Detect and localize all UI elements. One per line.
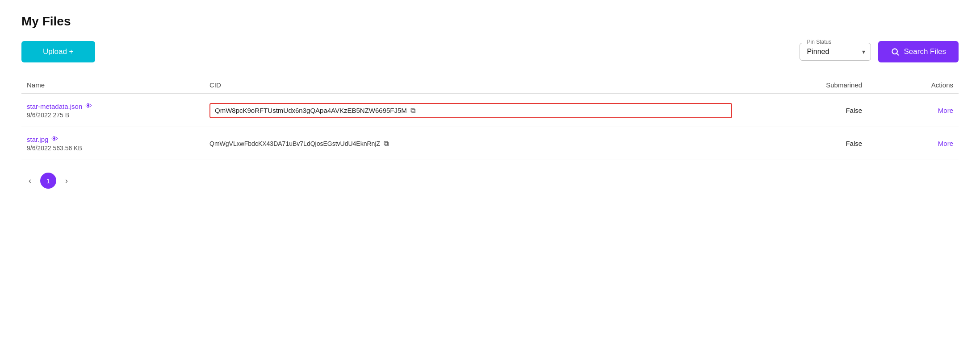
actions-cell: More xyxy=(880,94,959,127)
file-name-link[interactable]: star-metadata.json 👁 xyxy=(27,102,199,110)
search-icon xyxy=(891,47,900,56)
col-header-actions: Actions xyxy=(880,77,959,94)
cid-value: QmWgVLxwFbdcKX43DA71uBv7LdQjosEGstvUdU4E… xyxy=(209,140,380,147)
col-header-name: Name xyxy=(21,77,204,94)
files-table: Name CID Submarined Actions star-metadat… xyxy=(21,77,959,160)
next-page-button[interactable]: › xyxy=(62,174,71,187)
file-name-text: star-metadata.json xyxy=(27,103,82,110)
upload-button[interactable]: Upload + xyxy=(21,41,95,62)
toolbar: Upload + Pin Status Pinned Unpinned All … xyxy=(21,41,959,62)
cid-value: QmW8pcK9oRFTUstmUdx6n3gQApa4AVKzEB5NZW66… xyxy=(215,107,407,114)
more-actions-link[interactable]: More xyxy=(938,107,953,114)
page-title: My Files xyxy=(21,14,959,29)
svg-line-1 xyxy=(896,54,898,55)
file-name-cell: star-metadata.json 👁 9/6/2022 275 B xyxy=(21,94,204,127)
pagination: ‹ 1 › xyxy=(21,173,959,189)
file-date: 9/6/2022 563.56 KB xyxy=(27,145,199,152)
cid-normal-wrapper: QmWgVLxwFbdcKX43DA71uBv7LdQjosEGstvUdU4E… xyxy=(209,140,732,148)
table-row: star-metadata.json 👁 9/6/2022 275 B QmW8… xyxy=(21,94,959,127)
file-name-text: star.jpg xyxy=(27,136,48,143)
col-header-submarined: Submarined xyxy=(737,77,880,94)
submarined-value: False xyxy=(737,94,880,127)
submarined-value: False xyxy=(737,127,880,160)
eye-icon: 👁 xyxy=(51,135,58,143)
cid-cell: QmWgVLxwFbdcKX43DA71uBv7LdQjosEGstvUdU4E… xyxy=(204,127,737,160)
file-name-link[interactable]: star.jpg 👁 xyxy=(27,135,199,143)
copy-icon[interactable]: ⧉ xyxy=(384,140,389,148)
prev-page-button[interactable]: ‹ xyxy=(25,174,35,187)
eye-icon: 👁 xyxy=(85,102,92,110)
copy-icon[interactable]: ⧉ xyxy=(410,107,415,115)
chevron-down-icon: ▾ xyxy=(862,48,865,55)
cid-cell: QmW8pcK9oRFTUstmUdx6n3gQApa4AVKzEB5NZW66… xyxy=(204,94,737,127)
search-files-label: Search Files xyxy=(904,47,946,56)
file-name-cell: star.jpg 👁 9/6/2022 563.56 KB xyxy=(21,127,204,160)
table-row: star.jpg 👁 9/6/2022 563.56 KB QmWgVLxwFb… xyxy=(21,127,959,160)
pin-status-select[interactable]: Pinned Unpinned All xyxy=(807,48,851,55)
current-page: 1 xyxy=(40,173,56,189)
pin-status-label: Pin Status xyxy=(805,39,833,45)
more-actions-link[interactable]: More xyxy=(938,140,953,147)
search-files-button[interactable]: Search Files xyxy=(878,41,959,62)
pin-status-dropdown-wrapper: Pin Status Pinned Unpinned All ▾ xyxy=(800,43,871,61)
col-header-cid: CID xyxy=(204,77,737,94)
file-date: 9/6/2022 275 B xyxy=(27,112,199,119)
cid-highlighted-wrapper: QmW8pcK9oRFTUstmUdx6n3gQApa4AVKzEB5NZW66… xyxy=(209,103,732,118)
actions-cell: More xyxy=(880,127,959,160)
